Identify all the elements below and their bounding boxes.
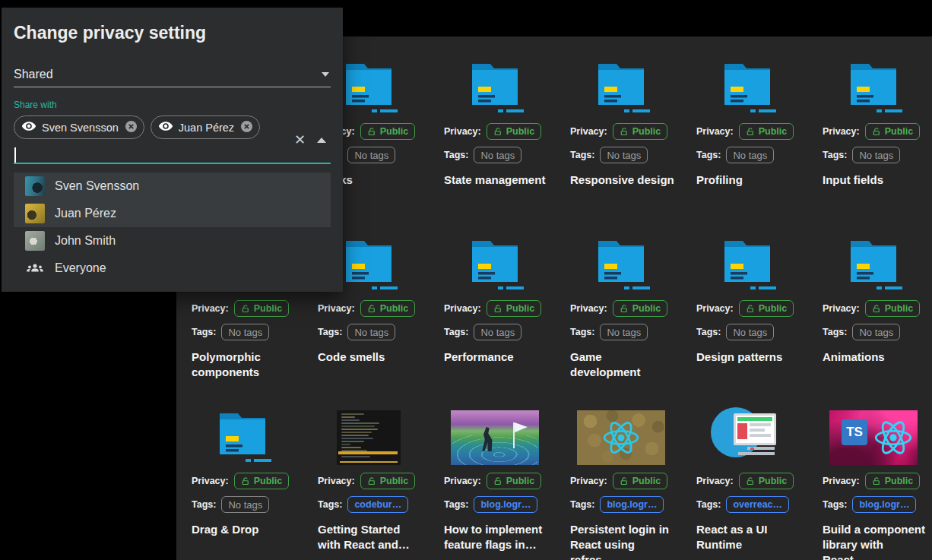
- privacy-label: Privacy:: [318, 303, 355, 314]
- lock-open-icon: [872, 476, 881, 486]
- privacy-badge[interactable]: Public: [613, 123, 668, 140]
- bookmark-card[interactable]: Privacy: Public Tags: codebur… Getting S…: [306, 395, 432, 552]
- folder-icon: [340, 58, 398, 115]
- recipient-chip[interactable]: Juan Pérez: [151, 115, 260, 139]
- folder-icon: [845, 58, 902, 115]
- card-title: Responsive design: [570, 172, 675, 188]
- privacy-badge[interactable]: Public: [487, 300, 542, 317]
- tags-label: Tags:: [192, 499, 216, 510]
- card-media: [684, 223, 810, 293]
- bookmark-card[interactable]: Privacy: Public Tags: No tags Performanc…: [432, 223, 558, 365]
- folder-icon: [466, 58, 524, 115]
- tags-label: Tags:: [696, 150, 721, 160]
- privacy-value: Public: [254, 476, 283, 486]
- chevron-down-icon: [322, 72, 329, 77]
- tags-label: Tags:: [444, 327, 468, 337]
- privacy-value: Public: [254, 303, 283, 314]
- chip-label: Juan Pérez: [179, 122, 234, 134]
- bookmark-card[interactable]: Privacy: Public Tags: No tags Drag & Dro…: [179, 395, 306, 537]
- privacy-value: Public: [380, 476, 409, 486]
- privacy-badge[interactable]: Public: [360, 123, 416, 140]
- tags-label: Tags:: [570, 150, 594, 160]
- tags-badge: No tags: [221, 324, 269, 340]
- privacy-badge[interactable]: Public: [739, 300, 794, 317]
- privacy-badge[interactable]: Public: [865, 300, 921, 317]
- privacy-badge[interactable]: Public: [865, 473, 921, 489]
- privacy-value: Public: [632, 303, 661, 314]
- avatar: [25, 204, 45, 223]
- card-title: Input fields: [823, 172, 927, 188]
- tags-badge[interactable]: codebur…: [347, 496, 408, 513]
- card-title: Polymorphic components: [192, 350, 296, 380]
- suggestion-item[interactable]: Sven Svensson: [14, 172, 331, 200]
- suggestion-item[interactable]: Juan Pérez: [14, 200, 331, 227]
- privacy-badge[interactable]: Public: [739, 473, 794, 489]
- suggestion-item[interactable]: Everyone: [14, 255, 331, 282]
- card-title: Performance: [444, 350, 549, 365]
- recipients-input[interactable]: [14, 140, 331, 164]
- lock-open-icon: [872, 127, 881, 137]
- recipient-chip[interactable]: Sven Svensson: [14, 115, 144, 139]
- card-media: [558, 223, 684, 293]
- tags-badge: No tags: [347, 324, 395, 340]
- react-logo-icon: [873, 417, 914, 458]
- suggestion-name: John Smith: [55, 234, 116, 248]
- privacy-dialog: Change privacy setting Shared Share with…: [2, 8, 343, 292]
- bookmark-card[interactable]: Privacy: Public Tags: No tags Animations: [810, 223, 932, 365]
- privacy-badge[interactable]: Public: [613, 473, 668, 489]
- bookmark-card[interactable]: Privacy: Public Tags: blog.logr… Persist…: [558, 395, 684, 560]
- tags-badge[interactable]: overreac…: [726, 496, 789, 513]
- privacy-label: Privacy:: [444, 476, 481, 486]
- tags-badge[interactable]: blog.logr…: [600, 496, 664, 513]
- privacy-badge[interactable]: Public: [487, 473, 542, 489]
- privacy-value: Public: [885, 303, 914, 314]
- bookmark-card[interactable]: Privacy: Public Tags: blog.logr… How to …: [432, 395, 558, 552]
- privacy-level-select[interactable]: Shared: [14, 67, 331, 87]
- tags-badge[interactable]: blog.logr…: [474, 496, 537, 513]
- privacy-badge[interactable]: Public: [234, 473, 290, 489]
- tags-badge: No tags: [600, 324, 648, 340]
- tags-label: Tags:: [570, 327, 594, 337]
- eye-icon: [21, 119, 36, 136]
- lock-open-icon: [367, 304, 376, 314]
- card-media: [558, 46, 684, 115]
- bookmark-card[interactable]: Privacy: Public Tags: No tags State mana…: [432, 46, 558, 188]
- thumbnail-react-coins: [577, 410, 665, 465]
- card-media: [810, 46, 932, 115]
- bookmark-card[interactable]: Privacy: Public Tags: No tags Input fiel…: [810, 46, 932, 188]
- tags-badge: No tags: [726, 324, 774, 340]
- recipient-chips-row: Sven Svensson Juan Pérez: [14, 115, 331, 140]
- privacy-badge[interactable]: Public: [234, 300, 290, 317]
- lock-open-icon: [493, 476, 502, 486]
- suggestion-item[interactable]: John Smith: [14, 227, 331, 255]
- privacy-value: Public: [759, 476, 788, 486]
- folder-icon: [592, 58, 650, 115]
- tags-badge: No tags: [474, 147, 521, 163]
- card-title: Animations: [823, 350, 927, 365]
- card-title: Getting Started with React and…: [318, 522, 423, 552]
- bookmark-card[interactable]: Privacy: Public Tags: No tags Design pat…: [684, 223, 810, 365]
- remove-chip-icon[interactable]: [124, 119, 138, 136]
- privacy-badge[interactable]: Public: [739, 123, 794, 140]
- card-title: Persistent login in React using refres…: [570, 522, 675, 560]
- card-title: Build a component library with React…: [823, 522, 927, 560]
- tags-badge[interactable]: blog.logr…: [852, 496, 916, 513]
- privacy-value: Public: [632, 126, 661, 137]
- card-media: [558, 395, 684, 465]
- tags-label: Tags:: [318, 499, 342, 510]
- privacy-value: Public: [380, 303, 409, 314]
- remove-chip-icon[interactable]: [239, 119, 254, 136]
- bookmark-card[interactable]: Privacy: Public Tags: overreac… React as…: [684, 395, 810, 552]
- bookmark-card[interactable]: TS Privacy: Public Tags: blog.logr… Buil…: [810, 395, 932, 560]
- bookmark-card[interactable]: Privacy: Public Tags: No tags Responsive…: [558, 46, 684, 188]
- page: Privacy: Public Tags: No tags Privacy: P…: [0, 0, 932, 560]
- bookmark-card[interactable]: Privacy: Public Tags: No tags Game devel…: [558, 223, 684, 380]
- privacy-badge[interactable]: Public: [360, 300, 416, 317]
- bookmark-card[interactable]: Privacy: Public Tags: No tags Profiling: [684, 46, 810, 188]
- privacy-label: Privacy:: [696, 303, 734, 314]
- privacy-badge[interactable]: Public: [613, 300, 668, 317]
- lock-open-icon: [746, 304, 755, 314]
- privacy-badge[interactable]: Public: [865, 123, 921, 140]
- privacy-badge[interactable]: Public: [360, 473, 416, 489]
- privacy-badge[interactable]: Public: [487, 123, 542, 140]
